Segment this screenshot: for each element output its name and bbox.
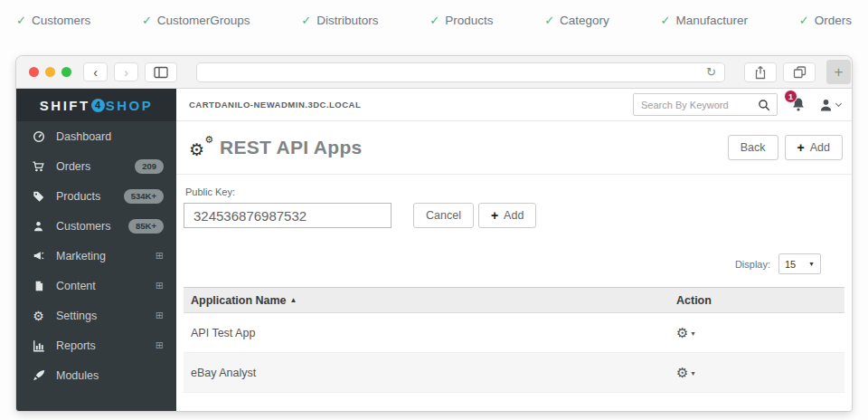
plus-icon: + (491, 208, 498, 223)
sidebar-item-modules[interactable]: Modules (16, 360, 176, 390)
document-icon (31, 280, 46, 292)
sidebar-item-label: Customers (56, 220, 110, 233)
window-controls (29, 67, 71, 77)
sidebar-item-label: Modules (56, 369, 99, 382)
sidebar-item-content[interactable]: Content ⊞ (16, 271, 176, 301)
admin-sidebar: SHIFT 4 SHOP Dashboard Orders 209 (16, 89, 176, 411)
notifications-button[interactable]: 1 (791, 97, 806, 112)
sidebar-item-reports[interactable]: Reports ⊞ (16, 330, 176, 360)
url-field[interactable]: ↻ (196, 62, 725, 82)
sidebar-toggle-icon (154, 66, 168, 79)
expand-icon[interactable]: ⊞ (156, 310, 164, 321)
check-icon: ✓ (661, 14, 671, 27)
table-header-row: Application Name ▲ Action (184, 288, 844, 313)
share-button[interactable] (744, 62, 777, 82)
tabs-icon (793, 65, 807, 79)
search-icon[interactable] (758, 99, 770, 111)
select-caret-icon: ▼ (808, 261, 815, 267)
sidebar-item-dashboard[interactable]: Dashboard (16, 121, 176, 151)
caret-down-icon: ▾ (691, 329, 694, 338)
logo-4-icon: 4 (91, 99, 105, 112)
public-key-input[interactable] (184, 203, 392, 228)
confirm-add-button[interactable]: + Add (478, 203, 536, 228)
new-tab-button[interactable]: + (826, 60, 851, 84)
expand-icon[interactable]: ⊞ (156, 339, 164, 351)
caret-down-icon: ▾ (691, 369, 694, 377)
row-action-menu-button[interactable]: ⚙ ▾ (676, 325, 844, 341)
cancel-button[interactable]: Cancel (413, 203, 474, 228)
person-icon (31, 220, 46, 233)
sidebar-item-settings[interactable]: ⚙ Settings ⊞ (16, 301, 176, 330)
status-item-customers: ✓ Customers (16, 14, 90, 27)
tabs-overview-button[interactable] (783, 62, 816, 82)
sidebar-item-orders[interactable]: Orders 209 (16, 151, 176, 181)
app-name: eBay Analyst (191, 367, 676, 379)
user-icon (819, 98, 833, 112)
notification-count-badge: 1 (784, 90, 797, 103)
sort-asc-icon: ▲ (290, 296, 297, 304)
orders-count-badge: 209 (135, 159, 164, 174)
sidebar-item-label: Reports (56, 339, 96, 352)
add-app-button[interactable]: + Add (785, 135, 843, 160)
sidebar-item-label: Settings (56, 310, 97, 322)
status-label: Category (560, 14, 609, 27)
gauge-icon (31, 130, 46, 143)
back-button[interactable]: Back (728, 135, 778, 160)
status-item-customergroups: ✓ CustomerGroups (142, 14, 250, 27)
status-item-manufacturer: ✓ Manufacturer (661, 14, 748, 27)
gear-icon: ⚙ (676, 325, 688, 341)
display-count-select[interactable]: 15 ▼ (778, 253, 821, 274)
sidebar-item-marketing[interactable]: Marketing ⊞ (16, 241, 176, 271)
sidebar-item-products[interactable]: Products 534K+ (16, 181, 176, 211)
gears-icon: ⚙ ⚙ (189, 136, 213, 159)
customers-count-badge: 85K+ (128, 219, 164, 234)
status-item-category: ✓ Category (544, 14, 609, 27)
check-icon: ✓ (799, 14, 809, 27)
table-row: API Test App ⚙ ▾ (184, 313, 844, 353)
page-content: Public Key: Cancel + Add Display: (176, 175, 852, 411)
table-row: eBay Analyst ⚙ ▾ (184, 353, 844, 393)
chevron-down-icon (835, 100, 842, 106)
breadcrumb: CARTDANILO-NEWADMIN.3DC.LOCAL (189, 100, 361, 110)
page-title: REST API Apps (220, 137, 363, 158)
expand-icon[interactable]: ⊞ (156, 250, 164, 262)
forward-button[interactable]: › (114, 62, 138, 81)
products-count-badge: 534K+ (124, 189, 164, 204)
display-label: Display: (735, 259, 770, 270)
status-label: Orders (815, 14, 852, 27)
status-label: Distributors (316, 14, 378, 27)
shift4shop-logo[interactable]: SHIFT 4 SHOP (16, 89, 176, 121)
gears-icon: ⚙ (31, 309, 46, 323)
zoom-window-button[interactable] (61, 67, 71, 77)
check-icon: ✓ (544, 14, 554, 27)
tags-icon (31, 190, 46, 203)
check-icon: ✓ (16, 14, 26, 27)
check-icon: ✓ (301, 14, 311, 27)
bar-chart-icon (31, 339, 46, 352)
keyword-search-box (633, 93, 778, 116)
sidebar-item-customers[interactable]: Customers 85K+ (16, 211, 176, 241)
reload-icon[interactable]: ↻ (706, 65, 716, 79)
back-button[interactable]: ‹ (83, 62, 108, 81)
browser-toolbar: ‹ › ↻ + (16, 56, 852, 89)
search-input[interactable] (641, 100, 758, 110)
sidebar-item-label: Marketing (56, 250, 106, 262)
expand-icon[interactable]: ⊞ (156, 280, 164, 291)
status-item-orders: ✓ Orders (799, 14, 852, 27)
account-menu-button[interactable] (819, 98, 841, 112)
sidebar-toggle-button[interactable] (145, 62, 177, 82)
close-window-button[interactable] (29, 67, 39, 77)
share-icon (754, 65, 767, 80)
column-header-application-name[interactable]: Application Name ▲ (191, 294, 676, 307)
row-action-menu-button[interactable]: ⚙ ▾ (676, 365, 844, 381)
status-label: Customers (32, 14, 90, 27)
cart-icon (31, 160, 46, 173)
check-icon: ✓ (429, 14, 439, 27)
plus-icon: + (797, 140, 805, 155)
minimize-window-button[interactable] (45, 67, 55, 77)
column-header-action[interactable]: Action (676, 294, 844, 307)
check-icon: ✓ (142, 14, 152, 27)
logo-word-shop: SHOP (106, 98, 154, 113)
app-name: API Test App (191, 327, 676, 339)
browser-window: ‹ › ↻ + SHIFT 4 SHOP (16, 56, 852, 411)
